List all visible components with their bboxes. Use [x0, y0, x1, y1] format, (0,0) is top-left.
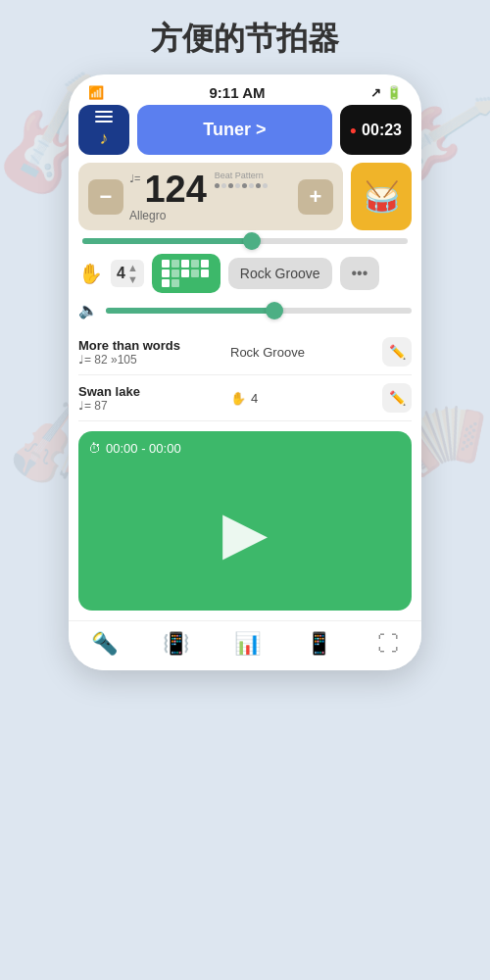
song-bpm-1: ♩= 82 »105 — [78, 353, 230, 367]
song-hand-icon-2: ✋ — [230, 391, 246, 406]
tempo-slider-thumb[interactable] — [243, 232, 261, 250]
page-title: 方便的节拍器 — [0, 0, 490, 74]
metronome-controls: − ♩= 124 Beat Pattern — [78, 163, 412, 230]
timer-display: ● 00:23 — [340, 105, 412, 155]
beat-dot-4 — [235, 183, 240, 188]
bpm-controls-area: − ♩= 124 Beat Pattern — [78, 163, 343, 230]
tempo-slider-row — [78, 238, 412, 244]
beat-count-value: 4 — [117, 265, 125, 282]
song-edit-button-1[interactable]: ✏️ — [382, 337, 412, 367]
rhythm-cell — [162, 270, 170, 277]
bpm-value: 124 — [144, 171, 206, 208]
beat-stepper[interactable]: ▲ ▼ — [127, 262, 138, 285]
rhythm-cell — [172, 270, 179, 277]
volume-row: 🔈 — [78, 301, 412, 319]
song-title-2: Swan lake — [78, 384, 230, 399]
wifi-icon: 📶 — [88, 85, 104, 100]
location-icon: ↗ — [370, 85, 381, 100]
rock-groove-button[interactable]: Rock Groove — [228, 258, 332, 289]
beat-count-display: 4 ▲ ▼ — [111, 260, 144, 287]
song-beat-count-2: 4 — [251, 391, 258, 406]
timer-icon: ⏱ — [88, 441, 101, 456]
song-edit-button-2[interactable]: ✏️ — [382, 383, 412, 413]
song-bpm-2: ♩= 87 — [78, 399, 230, 413]
battery-icon: 🔋 — [386, 85, 402, 100]
volume-slider-thumb[interactable] — [266, 302, 283, 319]
song-list: More than words ♩= 82 »105 Rock Groove ✏… — [78, 329, 412, 421]
drum-button[interactable]: 🥁 — [351, 163, 412, 230]
nav-item-chart[interactable]: 📊 — [234, 631, 261, 657]
rhythm-cell — [191, 260, 199, 268]
bpm-display: ♩= 124 Beat Pattern — [129, 171, 292, 222]
tempo-slider-track[interactable] — [82, 238, 408, 244]
header-bar: ♪ Tuner > ● 00:23 — [78, 105, 412, 155]
rhythm-cell — [162, 279, 170, 287]
beat-dot-6 — [249, 183, 254, 188]
bpm-note-icon: ♩= — [129, 172, 140, 185]
beat-row: ✋ 4 ▲ ▼ Rock Groove ••• — [78, 254, 412, 293]
beat-dot-1 — [215, 183, 220, 188]
timer-text: 00:23 — [362, 122, 402, 139]
rhythm-cell — [162, 260, 170, 268]
rhythm-cell — [172, 279, 179, 287]
more-options-button[interactable]: ••• — [340, 257, 380, 290]
volume-icon: 🔈 — [78, 301, 98, 319]
song-rhythm-label-1: Rock Groove — [230, 345, 305, 360]
nav-item-flashlight[interactable]: 🔦 — [91, 631, 118, 657]
beat-dot-5 — [242, 183, 247, 188]
rhythm-cell — [181, 260, 189, 268]
beat-dot-8 — [263, 183, 268, 188]
drum-icon: 🥁 — [364, 179, 400, 214]
chart-icon: 📊 — [234, 631, 261, 657]
status-right: ↗ 🔋 — [370, 85, 402, 100]
status-left: 📶 — [88, 85, 104, 100]
beat-dot-7 — [256, 183, 261, 188]
nav-item-expand[interactable]: ⛶ — [377, 631, 399, 657]
vibrate-icon: 📳 — [163, 631, 189, 657]
expand-icon: ⛶ — [377, 631, 399, 657]
nav-item-device[interactable]: 📱 — [306, 631, 332, 657]
tuner-label: Tuner > — [203, 120, 266, 140]
rhythm-cell — [191, 270, 199, 277]
volume-slider-track[interactable] — [106, 308, 412, 314]
player-play-area[interactable]: ▶ — [88, 464, 402, 601]
beat-pattern-label: Beat Pattern — [215, 171, 273, 181]
song-title-1: More than words — [78, 338, 230, 353]
song-item-2: Swan lake ♩= 87 ✋ 4 ✏️ — [78, 375, 412, 421]
record-dot-icon: ● — [350, 123, 357, 137]
beat-dot-2 — [221, 183, 226, 188]
rhythm-cell — [181, 270, 189, 277]
rhythm-cell — [172, 260, 179, 268]
song-info-2: Swan lake ♩= 87 — [78, 384, 230, 413]
play-button[interactable]: ▶ — [222, 498, 268, 566]
tuner-button[interactable]: Tuner > — [137, 105, 332, 155]
volume-slider-fill — [106, 308, 274, 314]
hamburger-icon — [95, 111, 113, 125]
device-icon: 📱 — [306, 631, 332, 657]
rhythm-pattern-button[interactable] — [152, 254, 220, 293]
status-time: 9:11 AM — [210, 84, 266, 101]
player-section: ⏱ 00:00 - 00:00 ▶ — [78, 431, 412, 611]
menu-button[interactable]: ♪ — [78, 105, 129, 155]
tempo-slider-fill — [82, 238, 252, 244]
hand-icon: ✋ — [78, 262, 103, 285]
player-time-display: ⏱ 00:00 - 00:00 — [88, 441, 402, 456]
bpm-decrease-button[interactable]: − — [88, 179, 123, 215]
rhythm-cell — [201, 260, 209, 268]
status-bar: 📶 9:11 AM ↗ 🔋 — [69, 74, 421, 105]
phone-frame: 📶 9:11 AM ↗ 🔋 ♪ Tuner > ● 00:23 − — [69, 74, 421, 670]
nav-item-vibrate[interactable]: 📳 — [163, 631, 189, 657]
song-item-1: More than words ♩= 82 »105 Rock Groove ✏… — [78, 329, 412, 375]
song-info-1: More than words ♩= 82 »105 — [78, 338, 230, 367]
bpm-increase-button[interactable]: + — [298, 179, 333, 215]
song-rhythm-1: Rock Groove — [230, 345, 382, 360]
volume-slider-wrap — [106, 308, 412, 314]
beat-pattern-dots — [215, 183, 273, 188]
rhythm-cell — [201, 270, 209, 277]
music-note-icon: ♪ — [100, 128, 109, 149]
beat-dot-3 — [228, 183, 233, 188]
bpm-top-row: ♩= 124 Beat Pattern — [129, 171, 273, 208]
flashlight-icon: 🔦 — [91, 631, 118, 657]
bottom-nav: 🔦 📳 📊 📱 ⛶ — [69, 620, 421, 670]
time-range-text: 00:00 - 00:00 — [106, 441, 181, 456]
